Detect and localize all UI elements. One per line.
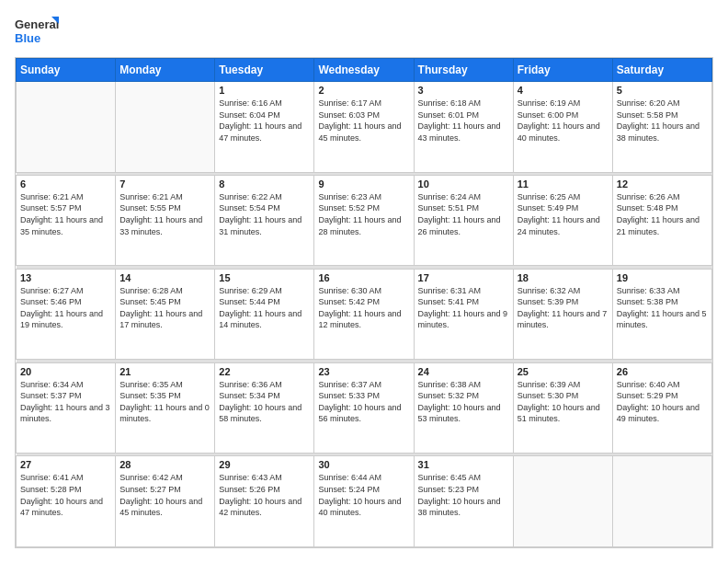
day-number: 1 (219, 85, 310, 96)
svg-text:General: General (15, 17, 59, 31)
calendar-week-4: 20Sunrise: 6:34 AM Sunset: 5:37 PM Dayli… (17, 362, 712, 454)
calendar-week-1: 1Sunrise: 6:16 AM Sunset: 6:04 PM Daylig… (17, 82, 712, 173)
day-text: Sunrise: 6:43 AM Sunset: 5:26 PM Dayligh… (219, 472, 310, 518)
day-text: Sunrise: 6:32 AM Sunset: 5:39 PM Dayligh… (518, 285, 609, 331)
calendar-cell: 22Sunrise: 6:36 AM Sunset: 5:34 PM Dayli… (215, 362, 314, 454)
day-text: Sunrise: 6:27 AM Sunset: 5:46 PM Dayligh… (20, 285, 111, 331)
day-text: Sunrise: 6:25 AM Sunset: 5:49 PM Dayligh… (518, 191, 609, 237)
day-number: 16 (318, 272, 409, 283)
calendar-cell: 23Sunrise: 6:37 AM Sunset: 5:33 PM Dayli… (314, 362, 414, 454)
day-number: 25 (518, 366, 609, 377)
calendar-cell: 21Sunrise: 6:35 AM Sunset: 5:35 PM Dayli… (116, 362, 215, 454)
day-text: Sunrise: 6:33 AM Sunset: 5:38 PM Dayligh… (617, 285, 708, 331)
svg-text:Blue: Blue (15, 31, 40, 45)
day-text: Sunrise: 6:22 AM Sunset: 5:54 PM Dayligh… (219, 191, 310, 237)
calendar-cell: 4Sunrise: 6:19 AM Sunset: 6:00 PM Daylig… (513, 82, 612, 173)
calendar-cell: 5Sunrise: 6:20 AM Sunset: 5:58 PM Daylig… (612, 82, 711, 173)
day-number: 23 (318, 366, 409, 377)
calendar-cell: 16Sunrise: 6:30 AM Sunset: 5:42 PM Dayli… (314, 269, 414, 360)
day-text: Sunrise: 6:28 AM Sunset: 5:45 PM Dayligh… (119, 285, 210, 331)
day-text: Sunrise: 6:18 AM Sunset: 6:01 PM Dayligh… (418, 98, 509, 144)
day-number: 21 (119, 366, 210, 377)
day-text: Sunrise: 6:38 AM Sunset: 5:32 PM Dayligh… (418, 379, 509, 425)
calendar-cell: 10Sunrise: 6:24 AM Sunset: 5:51 PM Dayli… (414, 175, 513, 266)
day-number: 30 (318, 459, 409, 470)
calendar-cell: 3Sunrise: 6:18 AM Sunset: 6:01 PM Daylig… (414, 82, 513, 173)
day-header-sunday: Sunday (17, 59, 116, 82)
calendar-cell: 12Sunrise: 6:26 AM Sunset: 5:48 PM Dayli… (612, 175, 711, 266)
day-number: 9 (318, 178, 409, 190)
calendar-cell: 13Sunrise: 6:27 AM Sunset: 5:46 PM Dayli… (17, 269, 116, 360)
calendar-cell: 9Sunrise: 6:23 AM Sunset: 5:52 PM Daylig… (314, 175, 414, 266)
day-number: 29 (219, 459, 310, 470)
calendar-cell: 19Sunrise: 6:33 AM Sunset: 5:38 PM Dayli… (612, 269, 711, 360)
day-number: 28 (119, 459, 210, 470)
day-text: Sunrise: 6:21 AM Sunset: 5:57 PM Dayligh… (20, 191, 111, 237)
day-number: 11 (518, 178, 609, 190)
calendar-cell: 20Sunrise: 6:34 AM Sunset: 5:37 PM Dayli… (17, 362, 116, 454)
day-header-wednesday: Wednesday (314, 59, 414, 82)
day-number: 8 (219, 178, 310, 190)
day-number: 24 (418, 366, 509, 377)
calendar-cell: 18Sunrise: 6:32 AM Sunset: 5:39 PM Dayli… (513, 269, 612, 360)
logo: General Blue (15, 15, 59, 48)
calendar-cell: 14Sunrise: 6:28 AM Sunset: 5:45 PM Dayli… (116, 269, 215, 360)
calendar-header-row: SundayMondayTuesdayWednesdayThursdayFrid… (17, 59, 712, 82)
day-number: 27 (20, 459, 111, 470)
day-text: Sunrise: 6:20 AM Sunset: 5:58 PM Dayligh… (617, 98, 708, 144)
day-header-monday: Monday (116, 59, 215, 82)
day-number: 12 (617, 178, 708, 190)
day-text: Sunrise: 6:21 AM Sunset: 5:55 PM Dayligh… (119, 191, 210, 237)
day-text: Sunrise: 6:30 AM Sunset: 5:42 PM Dayligh… (318, 285, 409, 331)
calendar-cell: 8Sunrise: 6:22 AM Sunset: 5:54 PM Daylig… (215, 175, 314, 266)
day-text: Sunrise: 6:34 AM Sunset: 5:37 PM Dayligh… (20, 379, 111, 425)
calendar-cell: 2Sunrise: 6:17 AM Sunset: 6:03 PM Daylig… (314, 82, 414, 173)
day-number: 4 (518, 85, 609, 96)
day-number: 17 (418, 272, 509, 283)
logo-svg: General Blue (15, 15, 59, 48)
day-number: 31 (418, 459, 509, 470)
calendar-cell: 7Sunrise: 6:21 AM Sunset: 5:55 PM Daylig… (116, 175, 215, 266)
calendar-cell: 6Sunrise: 6:21 AM Sunset: 5:57 PM Daylig… (17, 175, 116, 266)
calendar-week-2: 6Sunrise: 6:21 AM Sunset: 5:57 PM Daylig… (17, 175, 712, 266)
day-number: 15 (219, 272, 310, 283)
calendar-cell (116, 82, 215, 173)
day-text: Sunrise: 6:45 AM Sunset: 5:23 PM Dayligh… (418, 472, 509, 518)
day-header-thursday: Thursday (414, 59, 513, 82)
day-text: Sunrise: 6:40 AM Sunset: 5:29 PM Dayligh… (617, 379, 708, 425)
day-header-friday: Friday (513, 59, 612, 82)
day-text: Sunrise: 6:36 AM Sunset: 5:34 PM Dayligh… (219, 379, 310, 425)
day-number: 20 (20, 366, 111, 377)
day-text: Sunrise: 6:39 AM Sunset: 5:30 PM Dayligh… (518, 379, 609, 425)
calendar-cell: 26Sunrise: 6:40 AM Sunset: 5:29 PM Dayli… (612, 362, 711, 454)
day-number: 10 (418, 178, 509, 190)
calendar-cell: 17Sunrise: 6:31 AM Sunset: 5:41 PM Dayli… (414, 269, 513, 360)
calendar-cell: 11Sunrise: 6:25 AM Sunset: 5:49 PM Dayli… (513, 175, 612, 266)
day-number: 14 (119, 272, 210, 283)
day-number: 13 (20, 272, 111, 283)
calendar-cell: 25Sunrise: 6:39 AM Sunset: 5:30 PM Dayli… (513, 362, 612, 454)
calendar-cell: 31Sunrise: 6:45 AM Sunset: 5:23 PM Dayli… (414, 456, 513, 547)
day-number: 22 (219, 366, 310, 377)
calendar-cell (612, 456, 711, 547)
day-text: Sunrise: 6:26 AM Sunset: 5:48 PM Dayligh… (617, 191, 708, 237)
day-number: 6 (20, 178, 111, 190)
day-text: Sunrise: 6:19 AM Sunset: 6:00 PM Dayligh… (518, 98, 609, 144)
day-number: 7 (119, 178, 210, 190)
day-number: 19 (617, 272, 708, 283)
day-text: Sunrise: 6:29 AM Sunset: 5:44 PM Dayligh… (219, 285, 310, 331)
calendar-cell: 24Sunrise: 6:38 AM Sunset: 5:32 PM Dayli… (414, 362, 513, 454)
day-text: Sunrise: 6:31 AM Sunset: 5:41 PM Dayligh… (418, 285, 509, 331)
day-text: Sunrise: 6:24 AM Sunset: 5:51 PM Dayligh… (418, 191, 509, 237)
day-text: Sunrise: 6:16 AM Sunset: 6:04 PM Dayligh… (219, 98, 310, 144)
day-text: Sunrise: 6:44 AM Sunset: 5:24 PM Dayligh… (318, 472, 409, 518)
day-number: 3 (418, 85, 509, 96)
calendar-week-3: 13Sunrise: 6:27 AM Sunset: 5:46 PM Dayli… (17, 269, 712, 360)
day-number: 5 (617, 85, 708, 96)
day-header-tuesday: Tuesday (215, 59, 314, 82)
day-number: 26 (617, 366, 708, 377)
calendar-cell: 1Sunrise: 6:16 AM Sunset: 6:04 PM Daylig… (215, 82, 314, 173)
header: General Blue (15, 15, 713, 48)
page: General Blue SundayMondayTuesdayWednesda… (0, 0, 728, 563)
calendar: SundayMondayTuesdayWednesdayThursdayFrid… (15, 57, 713, 548)
